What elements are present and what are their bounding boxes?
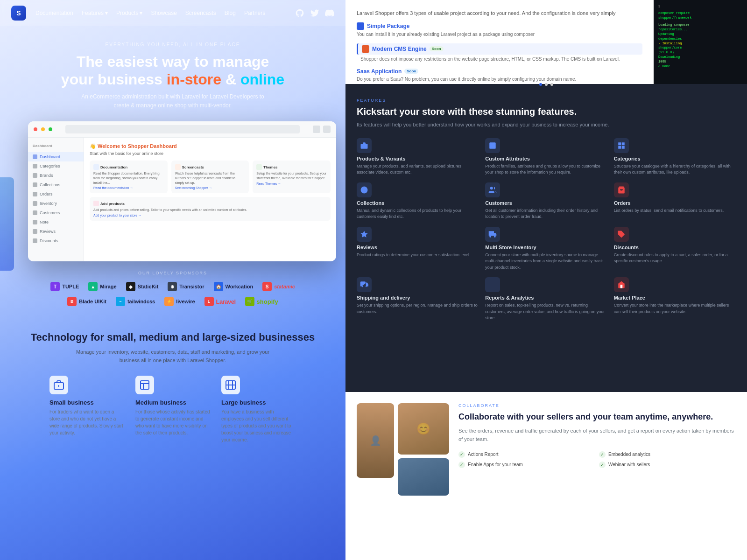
dashboard-mockup: Dashboard Dashboard Categories Brands Co… [28,121,336,261]
twitter-icon[interactable] [310,8,319,18]
feature-categories-name: Categories [614,156,736,161]
dash-cards-grid: Documentation Read the Shopper documenta… [90,161,331,221]
sidebar-item-dashboard[interactable]: Dashboard [28,152,84,161]
marketplace-icon [614,277,629,292]
hero-section: EVERYTHING YOU NEED, ALL IN ONE PLACE Th… [0,28,345,119]
discord-icon[interactable] [325,8,334,18]
feature-orders: Orders List orders by status, send email… [614,182,736,220]
sponsor-mirage: ▲ Mirage [88,282,116,291]
svg-point-5 [361,186,368,193]
sidebar-item-discounts[interactable]: Discounts [28,236,84,245]
collab-feat-webinar: ✓ Webinar with sellers [599,462,736,468]
sponsor-statickit: ◆ StaticKit [126,282,159,291]
nav-logo[interactable]: S [11,6,26,21]
svg-rect-2 [141,381,149,389]
nav-links: Documentation Features ▾ Products ▾ Show… [35,10,295,16]
pagination [539,83,553,86]
feature-marketplace-name: Market Place [614,295,736,301]
sidebar-item-categories[interactable]: Categories [28,161,84,171]
sponsor-workcation: 🏠 Workcation [214,282,254,291]
dash-search-bar [65,125,300,133]
small-biz-icon [49,376,68,394]
feature-shipping: Shipping and delivery Set your shipping … [357,277,479,322]
feature-customers-name: Customers [485,200,607,206]
dash-header [28,121,336,138]
feature-products-name: Products & Variants [357,156,479,161]
sidebar-item-reviews[interactable]: Reviews [28,227,84,236]
svg-rect-4 [490,142,496,149]
nav-link-screencasts[interactable]: Screencasts [185,10,216,16]
sidebar-item-inventory[interactable]: Inventory [28,199,84,208]
collab-features-grid: ✓ Actions Report ✓ Embedded analytics ✓ … [458,451,736,468]
dash-subtitle: Start with the basic for your online sto… [90,151,331,156]
feature-orders-name: Orders [614,200,736,206]
collab-feat-actions: ✓ Actions Report [458,451,595,458]
nav-link-blog[interactable]: Blog [225,10,236,16]
large-biz-desc: You have a business with employees and y… [221,408,296,443]
discounts-icon [614,227,629,242]
package-cms: Modern CMS Engine Soon Shopper does not … [357,43,642,63]
biz-card-small: Small business For traders who want to o… [49,376,124,443]
nav-link-features[interactable]: Features ▾ [82,10,108,16]
sidebar-item-collections[interactable]: Collections [28,180,84,189]
dash-settings-icon [323,126,331,133]
feature-collections-name: Collections [357,200,479,206]
feature-marketplace: Market Place Convert your store into the… [614,277,736,322]
decorative-blue-rect [0,177,14,271]
nav-link-showcase[interactable]: Showcase [151,10,176,16]
collab-title: Collaborate with your sellers and your t… [458,412,736,422]
feature-collections: Collections Manual and dynamic collectio… [357,182,479,220]
biz-cards: Small business For traders who want to o… [14,376,331,443]
sidebar-item-customers[interactable]: Customers [28,208,84,217]
nav-link-documentation[interactable]: Documentation [35,10,73,16]
feature-inventory-desc: Connect your store with multiple invento… [485,252,607,271]
orders-icon [614,182,629,197]
feature-products-desc: Manage your products, add variants, set … [357,163,479,176]
svg-rect-8 [489,231,494,236]
collections-icon [357,182,372,197]
feature-collections-desc: Manual and dynamic collections of produc… [357,208,479,220]
collab-images: 👤 😊 [357,403,449,549]
window-minimize-dot [41,127,45,131]
sidebar-item-note[interactable]: Note [28,217,84,227]
nav-link-products[interactable]: Products ▾ [116,10,142,16]
package-saas: Saas Application Soon Do you prefer a Sa… [357,68,642,83]
tech-subtitle: Manage your inventory, website, customer… [70,348,275,364]
feature-categories-desc: Structure your catalogue with a hierarch… [614,163,736,176]
packages-area: Laravel Shopper offers 3 types of usable… [345,0,654,84]
window-maximize-dot [49,127,52,131]
sponsor-transistor: ⊕ Transistor [168,282,204,291]
feature-attributes: Custom Attributes Product families, attr… [485,138,607,176]
hero-title: The easiest way to manage your business … [19,53,327,89]
navigation: S Documentation Features ▾ Products ▾ Sh… [0,0,345,26]
dash-sidebar: Dashboard Dashboard Categories Brands Co… [28,138,84,261]
feature-discounts: Discounts Create discount rules to apply… [614,227,736,271]
github-icon[interactable] [295,8,304,18]
sidebar-item-brands[interactable]: Brands [28,171,84,180]
collab-desc: See the orders, revenue and traffic gene… [458,427,736,443]
collab-image-3 [398,458,449,496]
pagination-dot-1[interactable] [539,83,542,86]
medium-biz-name: Medium business [135,399,210,406]
dash-welcome-text: 👋 Welcome to Shopper Dashboard [90,143,331,149]
feature-analytics: Reports & Analytics Report on sales, top… [485,277,607,322]
svg-point-13 [362,286,363,287]
feature-customers-desc: Get all customer information including t… [485,208,607,220]
feature-attributes-name: Custom Attributes [485,156,607,161]
feature-reviews-name: Reviews [357,245,479,250]
feature-shipping-name: Shipping and delivery [357,295,479,301]
svg-point-11 [494,236,496,238]
shipping-icon [357,277,372,292]
sponsor-livewire: ⚡ livewire [164,297,195,306]
hero-subtitle: An eCommerce administration built with L… [75,92,271,110]
features-title: Kickstart your store with these stunning… [357,106,736,117]
pagination-dot-3[interactable] [550,83,553,86]
hero-eyebrow: EVERYTHING YOU NEED, ALL IN ONE PLACE [19,42,327,47]
feature-reviews: Reviews Product ratings to determine you… [357,227,479,271]
sponsor-bladeuikit: B Blade UIKit [67,297,106,306]
feature-inventory-name: Multi Store Inventory [485,245,607,250]
pagination-dot-2[interactable] [545,83,548,86]
sidebar-item-orders[interactable]: Orders [28,189,84,199]
nav-link-partners[interactable]: Partners [244,10,265,16]
nav-social-icons [295,8,334,18]
